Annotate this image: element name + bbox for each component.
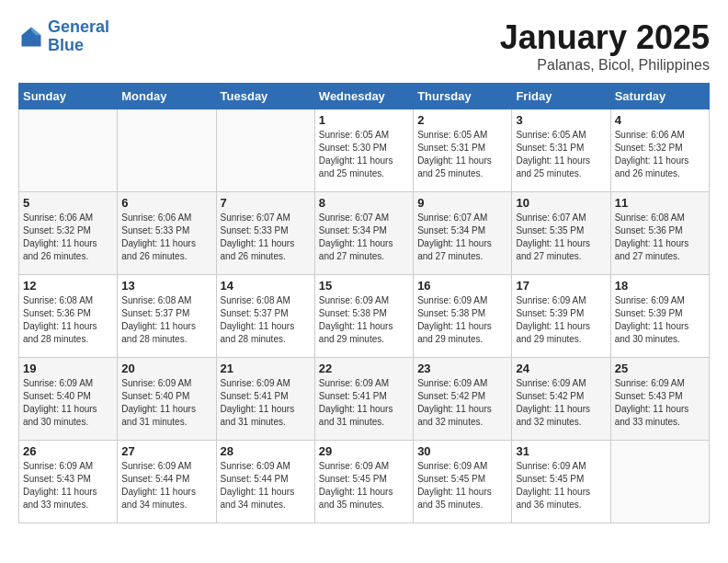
header: General Blue January 2025 Palanas, Bicol… [18, 18, 710, 74]
day-info: Sunrise: 6:08 AM Sunset: 5:36 PM Dayligh… [23, 294, 113, 346]
calendar-cell: 20Sunrise: 6:09 AM Sunset: 5:40 PM Dayli… [118, 358, 216, 441]
header-tuesday: Tuesday [216, 84, 314, 109]
day-info: Sunrise: 6:08 AM Sunset: 5:37 PM Dayligh… [121, 294, 211, 346]
day-number: 18 [615, 279, 705, 293]
day-info: Sunrise: 6:09 AM Sunset: 5:42 PM Dayligh… [417, 377, 507, 429]
header-monday: Monday [118, 84, 216, 109]
day-number: 24 [516, 362, 606, 375]
day-info: Sunrise: 6:09 AM Sunset: 5:42 PM Dayligh… [516, 377, 606, 429]
day-number: 29 [319, 444, 409, 458]
day-info: Sunrise: 6:06 AM Sunset: 5:33 PM Dayligh… [121, 212, 211, 263]
day-info: Sunrise: 6:07 AM Sunset: 5:34 PM Dayligh… [417, 212, 507, 263]
day-info: Sunrise: 6:09 AM Sunset: 5:45 PM Dayligh… [319, 460, 409, 511]
calendar-cell: 19Sunrise: 6:09 AM Sunset: 5:40 PM Dayli… [19, 358, 118, 441]
day-number: 11 [615, 196, 705, 210]
calendar-cell: 4Sunrise: 6:06 AM Sunset: 5:32 PM Daylig… [610, 109, 709, 192]
day-info: Sunrise: 6:09 AM Sunset: 5:41 PM Dayligh… [221, 377, 311, 429]
day-info: Sunrise: 6:09 AM Sunset: 5:45 PM Dayligh… [516, 460, 606, 511]
title-area: January 2025 Palanas, Bicol, Philippines [500, 18, 710, 74]
day-info: Sunrise: 6:09 AM Sunset: 5:41 PM Dayligh… [319, 377, 409, 429]
calendar-cell [216, 109, 314, 192]
day-info: Sunrise: 6:06 AM Sunset: 5:32 PM Dayligh… [615, 129, 705, 180]
day-info: Sunrise: 6:09 AM Sunset: 5:43 PM Dayligh… [23, 460, 113, 511]
day-number: 7 [221, 196, 311, 210]
calendar-cell: 13Sunrise: 6:08 AM Sunset: 5:37 PM Dayli… [118, 275, 216, 358]
subtitle: Palanas, Bicol, Philippines [500, 57, 710, 74]
day-number: 22 [319, 362, 409, 375]
day-info: Sunrise: 6:09 AM Sunset: 5:38 PM Dayligh… [417, 294, 507, 346]
calendar-cell: 24Sunrise: 6:09 AM Sunset: 5:42 PM Dayli… [512, 358, 610, 441]
calendar-cell: 14Sunrise: 6:08 AM Sunset: 5:37 PM Dayli… [216, 275, 314, 358]
calendar-week-1: 1Sunrise: 6:05 AM Sunset: 5:30 PM Daylig… [19, 109, 710, 192]
day-number: 6 [121, 196, 211, 210]
day-info: Sunrise: 6:08 AM Sunset: 5:36 PM Dayligh… [615, 212, 705, 263]
day-number: 26 [23, 444, 113, 458]
day-info: Sunrise: 6:09 AM Sunset: 5:44 PM Dayligh… [221, 460, 311, 511]
day-number: 3 [516, 113, 606, 127]
logo-line2: Blue [48, 36, 84, 54]
day-info: Sunrise: 6:09 AM Sunset: 5:43 PM Dayligh… [615, 377, 705, 429]
day-number: 12 [23, 279, 113, 293]
main-title: January 2025 [500, 18, 710, 57]
day-number: 2 [417, 113, 507, 127]
day-info: Sunrise: 6:05 AM Sunset: 5:31 PM Dayligh… [516, 129, 606, 180]
day-info: Sunrise: 6:07 AM Sunset: 5:34 PM Dayligh… [319, 212, 409, 263]
calendar-cell: 30Sunrise: 6:09 AM Sunset: 5:45 PM Dayli… [414, 441, 512, 523]
day-number: 19 [23, 362, 113, 375]
day-number: 25 [615, 362, 705, 375]
header-friday: Friday [512, 84, 610, 109]
day-info: Sunrise: 6:09 AM Sunset: 5:39 PM Dayligh… [516, 294, 606, 346]
calendar-cell: 21Sunrise: 6:09 AM Sunset: 5:41 PM Dayli… [216, 358, 314, 441]
day-info: Sunrise: 6:08 AM Sunset: 5:37 PM Dayligh… [221, 294, 311, 346]
day-info: Sunrise: 6:09 AM Sunset: 5:44 PM Dayligh… [121, 460, 211, 511]
header-wednesday: Wednesday [314, 84, 413, 109]
day-info: Sunrise: 6:09 AM Sunset: 5:39 PM Dayligh… [615, 294, 705, 346]
calendar-cell [610, 441, 709, 523]
day-info: Sunrise: 6:09 AM Sunset: 5:40 PM Dayligh… [23, 377, 113, 429]
calendar-cell [19, 109, 118, 192]
calendar-week-3: 12Sunrise: 6:08 AM Sunset: 5:36 PM Dayli… [19, 275, 710, 358]
calendar-cell: 6Sunrise: 6:06 AM Sunset: 5:33 PM Daylig… [118, 192, 216, 275]
calendar-cell: 31Sunrise: 6:09 AM Sunset: 5:45 PM Dayli… [512, 441, 610, 523]
day-number: 1 [319, 113, 409, 127]
logo-text: General Blue [48, 18, 109, 55]
calendar-header-row: SundayMondayTuesdayWednesdayThursdayFrid… [19, 84, 710, 109]
calendar-cell: 3Sunrise: 6:05 AM Sunset: 5:31 PM Daylig… [512, 109, 610, 192]
day-number: 30 [417, 444, 507, 458]
calendar-cell: 25Sunrise: 6:09 AM Sunset: 5:43 PM Dayli… [610, 358, 709, 441]
day-info: Sunrise: 6:07 AM Sunset: 5:35 PM Dayligh… [516, 212, 606, 263]
day-number: 13 [121, 279, 211, 293]
calendar-week-5: 26Sunrise: 6:09 AM Sunset: 5:43 PM Dayli… [19, 441, 710, 523]
calendar-cell [118, 109, 216, 192]
calendar-week-4: 19Sunrise: 6:09 AM Sunset: 5:40 PM Dayli… [19, 358, 710, 441]
calendar-cell: 11Sunrise: 6:08 AM Sunset: 5:36 PM Dayli… [610, 192, 709, 275]
day-info: Sunrise: 6:05 AM Sunset: 5:31 PM Dayligh… [417, 129, 507, 180]
day-number: 17 [516, 279, 606, 293]
day-number: 9 [417, 196, 507, 210]
calendar-cell: 15Sunrise: 6:09 AM Sunset: 5:38 PM Dayli… [314, 275, 413, 358]
day-number: 14 [221, 279, 311, 293]
calendar-cell: 28Sunrise: 6:09 AM Sunset: 5:44 PM Dayli… [216, 441, 314, 523]
day-info: Sunrise: 6:09 AM Sunset: 5:38 PM Dayligh… [319, 294, 409, 346]
calendar-cell: 8Sunrise: 6:07 AM Sunset: 5:34 PM Daylig… [314, 192, 413, 275]
calendar-cell: 17Sunrise: 6:09 AM Sunset: 5:39 PM Dayli… [512, 275, 610, 358]
day-number: 10 [516, 196, 606, 210]
calendar-cell: 29Sunrise: 6:09 AM Sunset: 5:45 PM Dayli… [314, 441, 413, 523]
calendar-cell: 23Sunrise: 6:09 AM Sunset: 5:42 PM Dayli… [414, 358, 512, 441]
calendar-week-2: 5Sunrise: 6:06 AM Sunset: 5:32 PM Daylig… [19, 192, 710, 275]
day-number: 8 [319, 196, 409, 210]
day-info: Sunrise: 6:06 AM Sunset: 5:32 PM Dayligh… [23, 212, 113, 263]
calendar-cell: 10Sunrise: 6:07 AM Sunset: 5:35 PM Dayli… [512, 192, 610, 275]
calendar-cell: 18Sunrise: 6:09 AM Sunset: 5:39 PM Dayli… [610, 275, 709, 358]
calendar-cell: 9Sunrise: 6:07 AM Sunset: 5:34 PM Daylig… [414, 192, 512, 275]
day-number: 21 [221, 362, 311, 375]
logo-icon [18, 24, 44, 50]
calendar-cell: 2Sunrise: 6:05 AM Sunset: 5:31 PM Daylig… [414, 109, 512, 192]
day-number: 5 [23, 196, 113, 210]
header-saturday: Saturday [610, 84, 709, 109]
day-number: 27 [121, 444, 211, 458]
calendar-cell: 5Sunrise: 6:06 AM Sunset: 5:32 PM Daylig… [19, 192, 118, 275]
day-info: Sunrise: 6:07 AM Sunset: 5:33 PM Dayligh… [221, 212, 311, 263]
calendar-cell: 12Sunrise: 6:08 AM Sunset: 5:36 PM Dayli… [19, 275, 118, 358]
calendar-cell: 16Sunrise: 6:09 AM Sunset: 5:38 PM Dayli… [414, 275, 512, 358]
